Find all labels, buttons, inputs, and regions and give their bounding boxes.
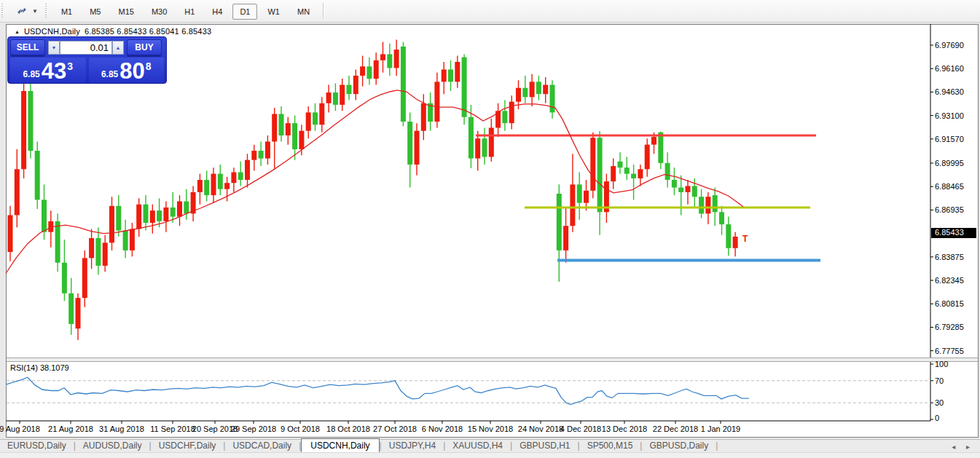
timeframe-button-m30[interactable]: M30	[144, 4, 174, 20]
rsi-axis-label: 100	[935, 360, 948, 368]
rsi-pane-splitter[interactable]	[7, 358, 978, 362]
rsi-axis-label: 0	[935, 414, 939, 422]
chart-ohlc-values: 6.85385 6.85433 6.85041 6.85433	[85, 27, 211, 36]
chart-tab-usdcnh-daily[interactable]: USDCNH,Daily	[301, 438, 379, 453]
toolbar-separator	[323, 3, 324, 19]
toolbar-grip-2[interactable]	[45, 4, 48, 18]
sell-price-big: 43	[42, 60, 66, 82]
price-axis-label: 6.80815	[935, 299, 964, 308]
date-axis-label: 15 Nov 2018	[468, 425, 513, 433]
buy-price-prefix: 6.85	[101, 69, 118, 79]
date-axis-label: 27 Oct 2018	[373, 425, 417, 433]
chart-window	[6, 24, 979, 438]
timeframe-button-h4[interactable]: H4	[205, 4, 230, 20]
price-axis-label: 6.96160	[935, 64, 964, 73]
volume-up-spinner[interactable]: ▲	[112, 41, 124, 55]
sell-button[interactable]: SELL	[10, 39, 45, 55]
buy-price-box[interactable]: 6.85 80 8	[89, 58, 165, 83]
date-axis-label: 11 Sep 2018	[150, 425, 195, 433]
date-axis-label: 24 Nov 2018	[518, 425, 563, 433]
chart-tab-eurusd-daily[interactable]: EURUSD,Daily	[0, 439, 74, 452]
timeframe-toolbar: M1M5M15M30H1H4D1W1MN	[52, 4, 318, 17]
status-bar	[0, 452, 980, 458]
timeframe-button-h1[interactable]: H1	[177, 4, 202, 20]
price-axis-label: 6.93100	[935, 111, 964, 120]
volume-down-spinner[interactable]: ▼	[48, 41, 60, 55]
date-axis-label: 21 Aug 2018	[48, 425, 93, 433]
tab-scroll-arrows[interactable]: ◂ ▸	[952, 443, 974, 452]
date-axis-label: 31 Aug 2018	[99, 425, 144, 433]
timeframe-button-d1[interactable]: D1	[232, 4, 257, 20]
price-axis-label: 6.82345	[935, 276, 964, 285]
timeframe-button-mn[interactable]: MN	[290, 4, 317, 20]
timeframe-button-w1[interactable]: W1	[260, 4, 287, 20]
rsi-axis-label: 70	[935, 376, 944, 385]
chart-tab-usdjpy-h4[interactable]: USDJPY,H4	[382, 439, 443, 452]
date-axis-label: 18 Oct 2018	[326, 425, 370, 433]
tab-separator: |	[716, 439, 718, 452]
date-axis-label: 9 Aug 2018	[0, 425, 40, 433]
volume-input[interactable]	[60, 41, 112, 55]
collapse-triangle-icon[interactable]: ▲	[15, 29, 20, 34]
buy-button[interactable]: BUY	[127, 39, 162, 55]
chart-tab-gbpusd-daily[interactable]: GBPUSD,Daily	[642, 439, 716, 452]
price-axis-label: 6.86935	[935, 205, 964, 214]
timeframe-button-m15[interactable]: M15	[111, 4, 141, 20]
sell-price-box[interactable]: 6.85 43 3	[10, 58, 86, 83]
sell-price-prefix: 6.85	[23, 69, 39, 79]
toolbar-grip[interactable]	[1, 4, 4, 18]
sell-price-sup: 3	[67, 60, 73, 72]
chart-tab-usdcad-daily[interactable]: USDCAD,Daily	[225, 439, 299, 452]
triangle-down-icon: ▼	[52, 45, 57, 50]
top-toolbar: ▼ M1M5M15M30H1H4D1W1MN	[0, 0, 980, 23]
chart-tab-usdchf-daily[interactable]: USDCHF,Daily	[152, 439, 224, 452]
triangle-up-icon: ▲	[116, 45, 121, 50]
date-axis-label: 13 Dec 2018	[602, 425, 647, 433]
price-axis-label: 6.89995	[935, 159, 964, 167]
chevron-down-icon[interactable]: ▼	[32, 8, 38, 15]
price-axis-label: 6.94630	[935, 87, 964, 96]
chart-tab-xauusd-h4[interactable]: XAUUSD,H4	[445, 439, 510, 452]
price-axis-label: 6.97690	[935, 41, 964, 50]
price-axis-label: 6.91570	[935, 135, 964, 143]
buy-price-sup: 8	[146, 60, 152, 72]
date-axis-label: 1 Jan 2019	[701, 425, 740, 433]
date-axis-label: 4 Dec 2018	[560, 425, 601, 433]
buy-price-big: 80	[119, 60, 144, 82]
chart-symbol-label: USDCNH,Daily	[24, 27, 80, 36]
timeframe-button-m5[interactable]: M5	[82, 4, 108, 20]
price-axis-label: 6.77755	[935, 347, 964, 355]
chart-tab-gbpusd-h1[interactable]: GBPUSD,H1	[512, 439, 577, 452]
chart-tab-sp500-m15[interactable]: SP500,M15	[580, 439, 640, 452]
price-axis-label: 6.83875	[935, 253, 964, 261]
one-click-trade-panel: SELL ▼ ▲ BUY 6.85 43 3 6.85 80 8	[7, 36, 167, 84]
timeframe-button-m1[interactable]: M1	[54, 4, 79, 20]
current-price-badge: 6.85433	[931, 228, 976, 238]
chart-tab-bar: EURUSD,Daily|AUDUSD,Daily|USDCHF,Daily|U…	[0, 439, 980, 452]
price-axis-label: 6.79285	[935, 323, 964, 331]
rsi-axis-label: 30	[935, 398, 944, 407]
chart-tools-arrows-icon[interactable]	[15, 4, 29, 17]
date-axis-label: 6 Nov 2018	[422, 425, 463, 433]
date-axis-label: 22 Dec 2018	[653, 425, 698, 433]
date-axis-label: 9 Oct 2018	[281, 425, 320, 433]
chart-title: ▲ USDCNH,Daily 6.85385 6.85433 6.85041 6…	[15, 27, 211, 36]
date-axis-label: 29 Sep 2018	[231, 425, 276, 433]
rsi-indicator-label: RSI(14) 38.1079	[10, 363, 69, 372]
price-axis-label: 6.88465	[935, 182, 964, 191]
chart-tab-audusd-daily[interactable]: AUDUSD,Daily	[76, 439, 149, 452]
